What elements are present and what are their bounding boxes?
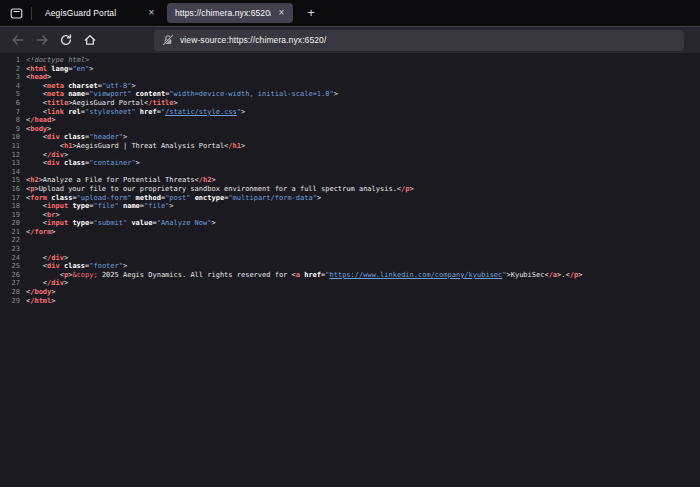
- source-line: 7 <link rel="stylesheet" href="/static/s…: [0, 108, 700, 117]
- source-code: </div>: [26, 254, 68, 263]
- forward-button[interactable]: [31, 29, 53, 51]
- source-token: /div: [47, 279, 64, 287]
- line-number: 20: [0, 219, 20, 228]
- close-icon[interactable]: ×: [275, 7, 288, 20]
- line-number: 22: [0, 236, 20, 245]
- line-number: 23: [0, 245, 20, 254]
- line-number: 29: [0, 297, 20, 306]
- source-token: html: [30, 65, 47, 73]
- source-line: 17<form class="upload-form" method="post…: [0, 194, 700, 203]
- source-token: name: [68, 90, 85, 98]
- source-token: >KyubiSec<: [507, 271, 549, 279]
- tab-separator: [31, 7, 32, 20]
- source-token: /title: [148, 99, 173, 107]
- tab-chimera-active[interactable]: https://chimera.nyx:6520/ ×: [167, 3, 293, 23]
- line-number: 5: [0, 90, 20, 99]
- source-code: <div class="header">: [26, 133, 127, 142]
- source-code: <head>: [26, 73, 51, 82]
- source-code: <title>AegisGuard Portal</title>: [26, 99, 178, 108]
- source-line: 2<html lang="en">: [0, 65, 700, 74]
- source-code: </div>: [26, 151, 68, 160]
- source-token: href: [304, 271, 321, 279]
- source-token: >: [47, 73, 51, 81]
- source-token: /head: [30, 116, 51, 124]
- source-token: "Analyze Now": [157, 219, 212, 227]
- source-token: value: [131, 219, 152, 227]
- source-token: >: [51, 288, 55, 296]
- line-number: 8: [0, 116, 20, 125]
- line-number: 13: [0, 159, 20, 168]
- line-number: 14: [0, 168, 20, 177]
- source-line: 20 <input type="submit" value="Analyze N…: [0, 219, 700, 228]
- source-code: <h1>AegisGuard | Threat Analysis Portal<…: [26, 142, 245, 151]
- tab-bar: AegisGuard Portal × https://chimera.nyx:…: [0, 0, 700, 26]
- source-code: <input type="submit" value="Analyze Now"…: [26, 219, 216, 228]
- source-code: <p>Upload your file to our proprietary s…: [26, 185, 414, 194]
- source-line: 4 <meta charset="utf-8">: [0, 82, 700, 91]
- line-number: 25: [0, 262, 20, 271]
- view-source-content: 1<!doctype html>2<html lang="en">3<head>…: [0, 53, 700, 487]
- source-line: 22: [0, 236, 700, 245]
- source-line: 28</body>: [0, 288, 700, 297]
- close-icon[interactable]: ×: [145, 7, 158, 20]
- reload-button[interactable]: [55, 29, 77, 51]
- line-number: 16: [0, 185, 20, 194]
- source-token: class: [64, 133, 85, 141]
- source-token: /p: [570, 271, 578, 279]
- source-token: <: [26, 254, 47, 262]
- source-token: class: [64, 159, 85, 167]
- source-token: "header": [89, 133, 123, 141]
- source-line: 14: [0, 168, 700, 177]
- source-code: <meta charset="utf-8">: [26, 82, 136, 91]
- source-token: charset: [68, 82, 98, 90]
- tab-aegisguard-portal[interactable]: AegisGuard Portal ×: [37, 3, 163, 23]
- source-token: <: [26, 90, 47, 98]
- source-code: <body>: [26, 125, 51, 134]
- browser-window: AegisGuard Portal × https://chimera.nyx:…: [0, 0, 700, 487]
- source-line: 16<p>Upload your file to our proprietary…: [0, 185, 700, 194]
- source-line: 21</form>: [0, 228, 700, 237]
- back-icon: [11, 33, 25, 47]
- source-link[interactable]: /static/style.css: [165, 108, 237, 116]
- new-tab-button[interactable]: +: [301, 3, 321, 23]
- source-line: 24 </div>: [0, 254, 700, 263]
- source-token: >Upload your file to our proprietary san…: [34, 185, 401, 193]
- source-token: href: [140, 108, 157, 116]
- source-link[interactable]: https://www.linkedin.com/company/kyubise…: [329, 271, 502, 279]
- source-token: type: [72, 219, 89, 227]
- source-token: type: [72, 202, 89, 210]
- source-token: <: [26, 142, 64, 150]
- source-token: <: [26, 219, 47, 227]
- source-token: meta: [47, 90, 64, 98]
- source-token: >: [136, 159, 140, 167]
- source-token: >: [317, 194, 321, 202]
- line-number: 1: [0, 56, 20, 65]
- source-token: div: [47, 262, 60, 270]
- source-line: 13 <div class="container">: [0, 159, 700, 168]
- source-token: /form: [30, 228, 51, 236]
- source-line: 9<body>: [0, 125, 700, 134]
- source-token: >: [211, 176, 215, 184]
- source-token: >: [410, 185, 414, 193]
- source-token: >.<: [557, 271, 570, 279]
- source-token: >: [51, 297, 55, 305]
- source-token: >: [241, 108, 245, 116]
- source-token: "post": [165, 194, 190, 202]
- back-button[interactable]: [7, 29, 29, 51]
- source-line: 26 <p>&copy; 2025 Aegis Dynamics. All ri…: [0, 271, 700, 280]
- source-line: 11 <h1>AegisGuard | Threat Analysis Port…: [0, 142, 700, 151]
- home-button[interactable]: [79, 29, 101, 51]
- source-line: 18 <input type="file" name="file">: [0, 202, 700, 211]
- line-number: 2: [0, 65, 20, 74]
- source-token: class: [64, 262, 85, 270]
- source-token: <: [26, 133, 47, 141]
- insecure-lock-icon[interactable]: [162, 34, 174, 46]
- firefox-view-icon: [10, 7, 23, 20]
- source-token: /a: [549, 271, 557, 279]
- firefox-view-button[interactable]: [4, 3, 28, 23]
- source-token: body: [30, 125, 47, 133]
- source-code: <!doctype html>: [26, 56, 89, 65]
- source-code: </html>: [26, 297, 56, 306]
- source-token: >: [123, 262, 127, 270]
- url-bar[interactable]: view-source:https://chimera.nyx:6520/: [154, 30, 684, 51]
